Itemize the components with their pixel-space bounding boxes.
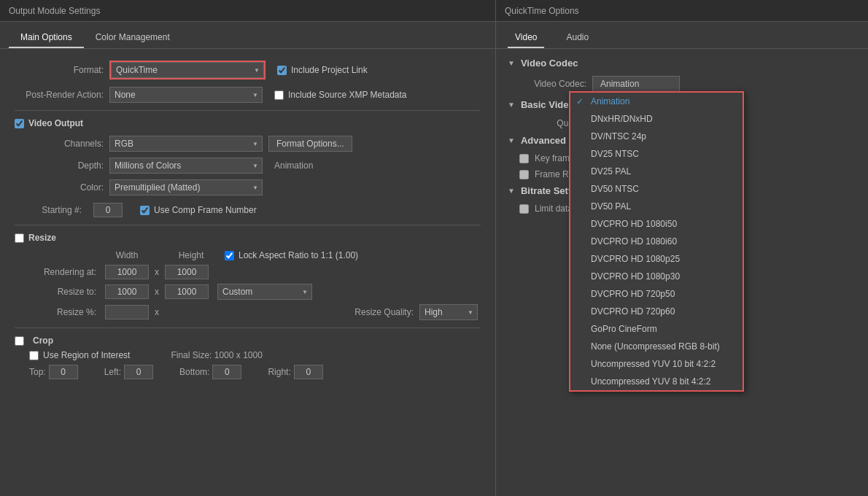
depth-label: Depth:	[15, 160, 109, 171]
tab-audio[interactable]: Audio	[559, 28, 596, 48]
format-label: Format:	[15, 65, 109, 75]
render-height-input[interactable]	[165, 265, 209, 279]
codec-value-display: Animation	[592, 76, 680, 92]
dropdown-item-dvcpro-1080p25[interactable]: DVCPRO HD 1080p25	[570, 250, 743, 268]
frame-reordering-checkbox[interactable]	[519, 170, 529, 179]
crop-header-row: Crop	[15, 336, 481, 346]
channels-row: Channels: RGB RGBA Alpha Format Options.…	[15, 136, 481, 152]
color-select[interactable]: Premultiplied (Matted) Straight (Unmatte…	[109, 179, 263, 195]
right-content: ▼ Video Codec Video Codec: Animation Ani…	[496, 49, 868, 496]
resize-quality-label: Resize Quality:	[354, 307, 414, 317]
use-roi-checkbox[interactable]	[29, 351, 39, 360]
dropdown-item-dv25pal[interactable]: DV25 PAL	[570, 163, 743, 180]
final-size-label: Final Size: 1000 x 1000	[171, 350, 262, 360]
divider-2	[15, 225, 481, 225]
include-source-xmp-label: Include Source XMP Metadata	[288, 90, 407, 100]
crop-section: Crop Use Region of Interest Final Size: …	[15, 336, 481, 379]
resize-checkbox[interactable]	[15, 233, 24, 243]
include-project-link-row: Include Project Link	[277, 65, 368, 75]
crop-checkbox[interactable]	[15, 336, 24, 346]
resize-to-height-input[interactable]	[165, 284, 209, 299]
x-label-1: x	[152, 267, 162, 277]
post-render-select-wrapper: None Import	[109, 87, 263, 103]
starting-num-label: Starting #:	[15, 205, 88, 215]
quicktime-options-title: QuickTime Options	[505, 6, 579, 16]
output-module-title: Output Module Settings	[9, 6, 100, 16]
dropdown-item-gopro[interactable]: GoPro CineForm	[570, 320, 743, 338]
format-row: Format: QuickTime AVI MP4 Include Projec…	[15, 61, 481, 80]
crop-right-label: Right:	[268, 367, 290, 377]
divider-3	[15, 328, 481, 328]
dropdown-item-dv50pal[interactable]: DV50 PAL	[570, 198, 743, 215]
video-output-checkbox[interactable]	[15, 119, 24, 128]
right-panel-title: QuickTime Options	[496, 0, 868, 22]
tab-color-management[interactable]: Color Management	[84, 28, 182, 48]
width-header: Width	[105, 250, 149, 260]
use-comp-frame-checkbox[interactable]	[140, 206, 150, 215]
dropdown-item-dv25ntsc[interactable]: DV25 NTSC	[570, 145, 743, 163]
x-label-2: x	[152, 287, 162, 297]
dropdown-item-dvcpro-1080i60[interactable]: DVCPRO HD 1080i60	[570, 233, 743, 250]
include-source-xmp-checkbox[interactable]	[274, 90, 284, 100]
tab-main-options[interactable]: Main Options	[9, 28, 84, 48]
left-tabs-row: Main Options Color Management	[0, 22, 495, 49]
keyframe-checkbox[interactable]	[519, 154, 529, 163]
resize-method-select[interactable]: Custom Bicubic Bilinear	[217, 284, 312, 300]
dropdown-item-dvcpro-1080i50[interactable]: DVCPRO HD 1080i50	[570, 215, 743, 233]
resize-quality-select[interactable]: High Medium Low	[419, 304, 478, 320]
rendering-at-label: Rendering at:	[29, 267, 102, 277]
crop-top-label: Top:	[29, 367, 46, 377]
color-label: Color:	[15, 182, 109, 193]
dropdown-item-yuv10[interactable]: Uncompressed YUV 10 bit 4:2:2	[570, 355, 743, 373]
left-content: Format: QuickTime AVI MP4 Include Projec…	[0, 49, 495, 496]
crop-right-input[interactable]	[294, 365, 323, 379]
resize-to-width-input[interactable]	[105, 284, 149, 299]
dropdown-item-dvcpro-720p60[interactable]: DVCPRO HD 720p60	[570, 303, 743, 320]
right-panel: QuickTime Options Video Audio ▼ Video Co…	[496, 0, 868, 496]
lock-aspect-checkbox[interactable]	[225, 251, 234, 260]
video-output-label: Video Output	[28, 118, 83, 128]
starting-num-input[interactable]	[93, 203, 123, 217]
crop-bottom-input[interactable]	[212, 365, 241, 379]
depth-select[interactable]: Millions of Colors Millions of Colors+	[109, 158, 263, 174]
dropdown-item-none-rgb8[interactable]: None (Uncompressed RGB 8-bit)	[570, 338, 743, 355]
resize-grid: Width Height Lock Aspect Ratio to 1:1 (1…	[29, 250, 481, 320]
dropdown-item-dv50ntsc[interactable]: DV50 NTSC	[570, 180, 743, 198]
tab-video[interactable]: Video	[508, 28, 544, 48]
include-project-link-checkbox[interactable]	[277, 66, 287, 75]
collapse-arrow-4: ▼	[508, 187, 515, 195]
use-comp-frame-label: Use Comp Frame Number	[154, 205, 257, 215]
dropdown-item-dvntsc24p[interactable]: DV/NTSC 24p	[570, 128, 743, 145]
crop-top: Top:	[29, 365, 78, 379]
include-project-link-label: Include Project Link	[291, 65, 368, 75]
crop-left-input[interactable]	[124, 365, 153, 379]
crop-right: Right:	[268, 365, 322, 379]
limit-data-rate-checkbox[interactable]	[519, 204, 529, 214]
dropdown-item-dnxhr[interactable]: DNxHR/DNxHD	[570, 110, 743, 128]
crop-bottom-label: Bottom:	[179, 367, 209, 377]
channels-select-wrapper: RGB RGBA Alpha	[109, 136, 263, 152]
crop-values-row: Top: Left: Bottom: Right:	[29, 365, 481, 379]
resize-to-label: Resize to:	[29, 287, 102, 297]
use-comp-frame-row: Use Comp Frame Number	[140, 205, 257, 215]
use-roi-label: Use Region of Interest	[43, 350, 130, 360]
crop-left-label: Left:	[104, 367, 121, 377]
post-render-row: Post-Render Action: None Import Include …	[15, 87, 481, 103]
crop-top-input[interactable]	[49, 365, 78, 379]
dropdown-item-yuv8[interactable]: Uncompressed YUV 8 bit 4:2:2	[570, 373, 743, 390]
format-options-button[interactable]: Format Options...	[268, 136, 352, 152]
dropdown-item-dvcpro-1080p30[interactable]: DVCPRO HD 1080p30	[570, 268, 743, 285]
render-width-input[interactable]	[105, 265, 149, 279]
video-codec-collapse[interactable]: ▼ Video Codec	[508, 58, 856, 69]
depth-row: Depth: Millions of Colors Millions of Co…	[15, 158, 481, 174]
format-select[interactable]: QuickTime AVI MP4	[111, 62, 264, 78]
channels-select[interactable]: RGB RGBA Alpha	[109, 136, 263, 152]
channels-label: Channels:	[15, 139, 109, 149]
video-output-header: Video Output	[15, 118, 481, 128]
lock-aspect-label: Lock Aspect Ratio to 1:1 (1.00)	[239, 250, 358, 260]
post-render-select[interactable]: None Import	[109, 87, 263, 103]
resize-pct-input[interactable]	[105, 305, 149, 319]
dropdown-item-animation[interactable]: Animation	[570, 93, 743, 110]
height-header: Height	[169, 250, 213, 260]
dropdown-item-dvcpro-720p50[interactable]: DVCPRO HD 720p50	[570, 285, 743, 303]
